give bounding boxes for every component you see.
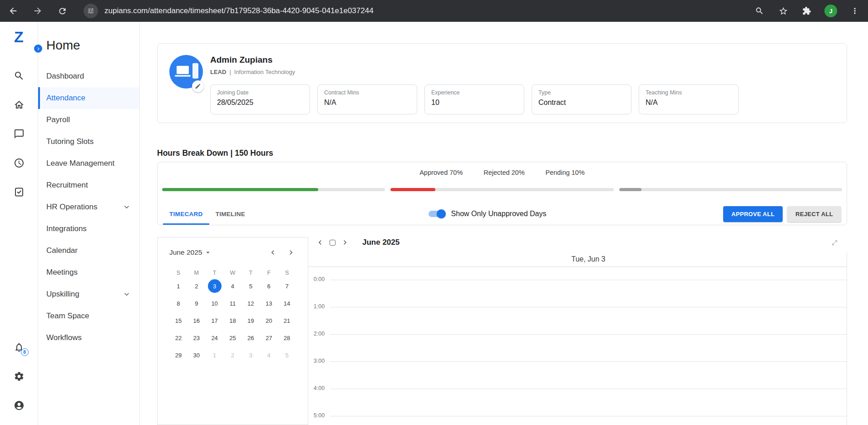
home-icon[interactable] [13,99,25,111]
unapproved-days-toggle[interactable] [429,211,445,217]
sidebar-item-upskilling[interactable]: Upskilling [38,283,139,305]
calendar-day[interactable]: 11 [224,295,242,312]
hour-cell[interactable] [330,361,847,389]
sidebar-item-label: Integrations [46,224,87,233]
calendar-day[interactable]: 19 [242,312,260,329]
hour-row: 5:00 [308,416,847,425]
sidebar-item-payroll[interactable]: Payroll [38,109,139,131]
sidebar-item-team-space[interactable]: Team Space [38,305,139,327]
sidebar-item-hr-operations[interactable]: HR Operations [38,196,139,218]
calendar-day[interactable]: 29 [169,346,187,364]
calendar-day[interactable]: 8 [169,295,187,312]
hour-label: 1:00 [308,303,330,331]
mini-calendar-month-selector[interactable]: June 2025 [169,248,212,257]
next-day-icon[interactable] [340,237,350,248]
field-value: N/A [646,99,732,107]
icon-rail: Z 8 [0,22,38,425]
tab-timecard[interactable]: TIMECARD [163,203,209,225]
calendar-day[interactable]: 23 [187,329,206,346]
calendar-day-number: 23 [190,331,203,345]
clock-icon[interactable] [13,157,25,169]
calendar-day[interactable]: 13 [260,295,278,312]
sidebar-item-dashboard[interactable]: Dashboard [38,65,139,87]
tasks-icon[interactable] [13,186,25,198]
calendar-day[interactable]: 20 [260,312,278,329]
hour-cell[interactable] [330,307,847,334]
calendar-day[interactable]: 4 [224,277,242,295]
site-info-icon[interactable] [84,4,98,18]
edit-profile-icon[interactable] [192,80,204,92]
calendar-day[interactable]: 16 [187,312,206,329]
hour-row: 1:00 [308,307,847,334]
calendar-day[interactable]: 6 [260,277,278,295]
calendar-day[interactable]: 3 [242,346,260,364]
calendar-day[interactable]: 2 [224,346,242,364]
profile-account-icon[interactable] [13,400,25,411]
hour-cell[interactable] [330,280,847,307]
reject-all-button[interactable]: REJECT ALL [787,206,841,222]
calendar-day-selected[interactable]: 3 [206,277,224,295]
calendar-day[interactable]: 15 [169,312,187,329]
notifications-bell-icon[interactable]: 8 [13,341,25,353]
app-logo[interactable]: Z [14,29,24,44]
tab-timeline[interactable]: TIMELINE [209,203,252,225]
browser-menu-icon[interactable] [849,5,861,17]
approve-all-button[interactable]: APPROVE ALL [723,206,783,222]
calendar-day[interactable]: 2 [187,277,206,295]
calendar-day[interactable]: 5 [278,346,296,364]
calendar-day-number: 24 [208,331,222,345]
calendar-day[interactable]: 1 [206,346,224,364]
calendar-day[interactable]: 27 [260,329,278,346]
sidebar-item-attendance[interactable]: Attendance [38,87,139,109]
next-month-icon[interactable] [286,247,296,257]
extensions-icon[interactable] [801,5,813,17]
sidebar-item-calendar[interactable]: Calendar [38,240,139,262]
bookmark-star-icon[interactable] [777,5,789,17]
sidebar-item-leave-management[interactable]: Leave Management [38,153,139,174]
prev-month-icon[interactable] [268,247,278,257]
chat-icon[interactable] [13,128,25,140]
calendar-day[interactable]: 22 [169,329,187,346]
forward-icon[interactable] [32,5,44,17]
calendar-day[interactable]: 5 [242,277,260,295]
calendar-day-number: 20 [262,314,276,327]
sidebar-item-workflows[interactable]: Workflows [38,327,139,349]
calendar-day[interactable]: 17 [206,312,224,329]
expand-icon[interactable] [831,239,838,246]
profile-card: Admin Zupians LEAD | Information Technol… [157,43,847,123]
calendar-day[interactable]: 10 [206,295,224,312]
browser-profile-avatar[interactable]: J [824,5,837,17]
hour-label: 2:00 [308,331,330,358]
sidebar-item-recruitment[interactable]: Recruitment [38,174,139,196]
settings-gear-icon[interactable] [13,371,25,382]
calendar-day[interactable]: 30 [187,346,206,364]
calendar-day[interactable]: 26 [242,329,260,346]
calendar-day[interactable]: 21 [278,312,296,329]
calendar-day[interactable]: 28 [278,329,296,346]
calendar-day[interactable]: 12 [242,295,260,312]
calendar-day[interactable]: 1 [169,277,187,295]
search-toolbar-icon[interactable] [754,5,765,17]
calendar-day[interactable]: 4 [260,346,278,364]
prev-day-icon[interactable] [315,237,326,248]
hour-cell[interactable] [330,416,847,425]
calendar-day[interactable]: 18 [224,312,242,329]
hour-cell[interactable] [330,334,847,361]
field-label: Joining Date [217,89,303,96]
back-icon[interactable] [7,5,19,17]
hour-cell[interactable] [330,389,847,416]
today-icon[interactable] [330,240,335,246]
calendar-day[interactable]: 9 [187,295,206,312]
calendar-day[interactable]: 14 [278,295,296,312]
calendar-day[interactable]: 7 [278,277,296,295]
sidebar-item-meetings[interactable]: Meetings [38,262,139,283]
reload-icon[interactable] [56,5,68,17]
sidebar-item-integrations[interactable]: Integrations [38,218,139,240]
search-icon[interactable] [13,70,25,82]
sidebar-item-tutoring-slots[interactable]: Tutoring Slots [38,131,139,153]
sidebar-expand-button[interactable] [33,44,43,54]
calendar-day-number: 8 [172,297,185,310]
calendar-day[interactable]: 24 [206,329,224,346]
address-bar[interactable]: zupians.com/attendance/timesheet/7b17952… [84,4,754,18]
calendar-day[interactable]: 25 [224,329,242,346]
